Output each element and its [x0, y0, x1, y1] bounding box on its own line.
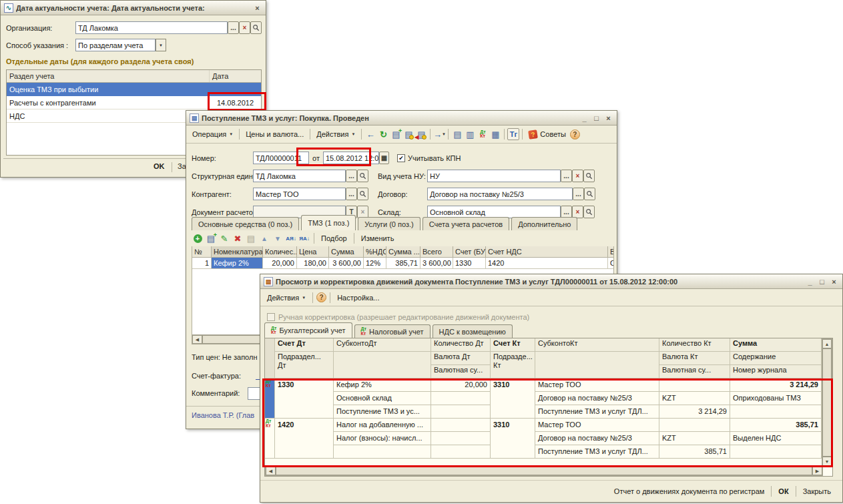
copy-row-icon[interactable]: ▤+ [205, 232, 217, 244]
nu-kind-input[interactable]: НУ [427, 170, 561, 182]
report-movements-button[interactable]: Отчет о движениях документа по регистрам [609, 485, 770, 497]
table-row[interactable]: Расчеты с контрагентами 14.08.2012 [7, 96, 261, 109]
open-icon[interactable] [357, 170, 368, 182]
choose-button[interactable]: ... [561, 170, 572, 182]
organization-input[interactable]: ТД Лакомка [75, 21, 228, 34]
minimize-icon[interactable]: _ [805, 278, 815, 286]
sort-asc-icon[interactable]: АЯ↓ [285, 232, 297, 244]
scroll-down-icon[interactable]: ▼ [822, 457, 832, 466]
tab-tax-accounting[interactable]: ДтКт Налоговый учет [354, 324, 431, 338]
help-icon[interactable]: ? [316, 292, 326, 302]
window-titlebar[interactable]: ▤ Просмотр и корректировка движений доку… [260, 274, 842, 289]
choose-button[interactable]: ... [228, 21, 239, 34]
tab-vat-refund[interactable]: НДС к возмещению [433, 324, 513, 338]
kpn-checkbox[interactable]: ✔ [397, 154, 405, 162]
move-down-icon[interactable]: ▼ [272, 232, 284, 244]
prices-currency-button[interactable]: Цены и валюта... [242, 129, 307, 140]
scroll-left-icon[interactable]: ◀ [192, 335, 202, 344]
horizontal-scrollbar[interactable]: ◀ ▶ [265, 466, 823, 476]
price-type-label: Тип цен: Не заполн [192, 353, 257, 361]
contract-input[interactable]: Договор на поставку №25/3 [427, 188, 573, 200]
divider [354, 233, 354, 244]
choose-button[interactable]: ... [573, 188, 584, 200]
manual-adjustment-checkbox [267, 313, 275, 321]
window-titlebar[interactable]: ▤ Поступление ТМЗ и услуг: Покупка. Пров… [186, 111, 617, 125]
movement-entry-row[interactable]: Поступление ТМЗ и ус... Поступление ТМЗ … [265, 405, 822, 419]
post-document-icon[interactable]: ▤ [402, 128, 414, 140]
number-label: Номер: [192, 154, 253, 162]
dtkt-postings-icon[interactable]: ДтКт [477, 128, 489, 140]
item-row[interactable]: 1 Кефир 2% 20,000 180,00 3 600,00 12% 38… [192, 258, 614, 269]
list-settings-icon[interactable]: ▤ [451, 128, 463, 140]
open-icon[interactable] [583, 206, 595, 218]
tab-tmz[interactable]: ТМЗ (1 поз.) [301, 215, 356, 230]
contractor-label: Контрагент: [192, 190, 253, 198]
tab-accounting[interactable]: ДтКт Бухгалтерский учет [264, 322, 352, 338]
maximize-icon[interactable]: □ [817, 278, 827, 286]
open-icon[interactable] [584, 188, 595, 200]
totals-toggle-button[interactable]: Тг [507, 128, 519, 140]
close-button[interactable]: Закрыть [798, 485, 836, 497]
close-icon[interactable]: × [252, 4, 262, 12]
table-row[interactable]: Оценка ТМЗ при выбытии [7, 83, 261, 96]
scroll-right-icon[interactable]: ▶ [812, 467, 822, 475]
clear-icon[interactable]: × [572, 170, 583, 182]
window-titlebar[interactable]: ∿ Дата актуальности учета: Дата актуальн… [1, 1, 266, 15]
delete-row-icon[interactable]: ✖ [232, 232, 244, 244]
change-button[interactable]: Изменить [358, 233, 398, 244]
movement-entry-row[interactable]: Основной склад Договор на поставку №25/3… [265, 392, 822, 405]
date-input[interactable]: 15.08.2012 12:00:00 [323, 152, 379, 164]
choose-button[interactable]: ... [346, 170, 357, 182]
clear-icon[interactable]: × [239, 21, 250, 34]
help-icon[interactable]: ? [570, 130, 580, 140]
move-up-icon[interactable]: ▲ [258, 232, 270, 244]
reread-icon[interactable]: ← [364, 128, 376, 140]
number-input[interactable]: ТДЛ00000011 [253, 152, 309, 164]
maximize-icon[interactable]: □ [591, 114, 601, 122]
edit-row-icon[interactable]: ✎ [218, 232, 230, 244]
tab-fixed-assets[interactable]: Основные средства (0 поз.) [192, 217, 299, 230]
ok-button[interactable]: ОК [774, 485, 793, 497]
close-icon[interactable]: × [829, 278, 839, 286]
open-icon[interactable] [250, 21, 262, 34]
add-row-icon[interactable]: + [192, 232, 204, 244]
journal-icon[interactable]: ▦ [489, 128, 501, 140]
movement-entry-row[interactable]: ДтКт 1420 Налог на добавленную ... 3310 … [265, 419, 822, 432]
unit-input[interactable]: ТД Лакомка [253, 170, 346, 182]
choose-button[interactable]: ... [346, 188, 357, 200]
method-select[interactable]: По разделам учета [75, 39, 156, 51]
scroll-up-icon[interactable]: ▲ [822, 339, 832, 348]
tab-settlement-accounts[interactable]: Счета учета расчетов [423, 217, 509, 230]
settings-button[interactable]: Настройка... [334, 292, 382, 303]
ok-button[interactable]: OK [149, 160, 170, 172]
scroll-left-icon[interactable]: ◀ [266, 467, 276, 475]
contractor-input[interactable]: Мастер ТОО [253, 188, 346, 200]
entry-selector-cell[interactable]: ДтКт [265, 419, 275, 459]
open-icon[interactable] [583, 170, 595, 182]
unpost-document-icon[interactable]: ▤◀ [415, 128, 427, 140]
operation-menu[interactable]: Операция▼ [189, 129, 236, 140]
entry-selector-cell[interactable]: ДтКт [265, 379, 275, 419]
dtkt-n-icon: ДтКт [361, 327, 366, 336]
sort-desc-icon[interactable]: ЯА↓ [298, 232, 310, 244]
movement-entry-row[interactable]: Поступление ТМЗ и услуг ТДЛ... 385,71 [265, 445, 822, 459]
window-icon: ∿ [4, 3, 13, 13]
movement-entry-row[interactable]: ДтКт 1330 Кефир 2% 20,000 3310 Мастер ТО… [265, 379, 822, 392]
copy-icon[interactable]: ▤+ [390, 128, 402, 140]
actions-menu[interactable]: Действия▼ [313, 129, 358, 140]
goto-icon[interactable]: →▼ [433, 128, 445, 140]
tips-button[interactable]: ?Советы [525, 129, 569, 140]
open-icon[interactable] [357, 188, 368, 200]
tab-additional[interactable]: Дополнительно [511, 217, 577, 230]
calendar-icon[interactable]: ▦ [379, 152, 389, 164]
refresh-icon[interactable]: ↻ [377, 128, 389, 140]
minimize-icon[interactable]: _ [579, 114, 589, 122]
checklist-icon[interactable]: ▥ [464, 128, 476, 140]
vertical-scrollbar[interactable]: ▲ ▼ [822, 338, 832, 467]
movement-entry-row[interactable]: Налог (взносы): начисл... Договор на пос… [265, 432, 822, 445]
tab-services[interactable]: Услуги (0 поз.) [358, 217, 420, 230]
chevron-down-icon[interactable]: ▼ [156, 39, 166, 51]
actions-menu[interactable]: Действия▼ [264, 292, 309, 303]
close-icon[interactable]: × [603, 114, 613, 122]
pick-button[interactable]: Подбор [318, 233, 350, 244]
